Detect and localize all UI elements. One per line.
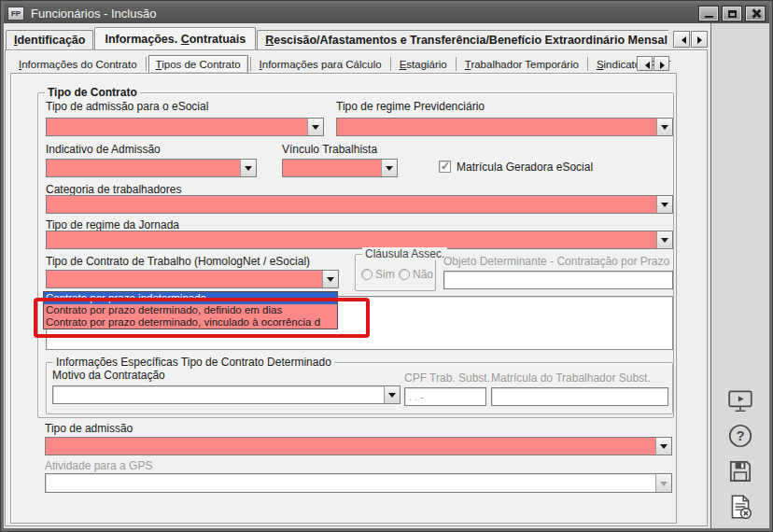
tab-control: Identificação Informações. Contratuais R…: [4, 25, 710, 528]
group-informacoes-especificas: Informações Específicas Tipo de Contrato…: [46, 362, 673, 414]
window-body: ?: [4, 23, 769, 528]
label-atividade-gps: Atividade para a GPS: [45, 460, 152, 472]
scroll-left-icon[interactable]: [673, 31, 690, 48]
tab-strip-level1: Identificação Informações. Contratuais R…: [6, 25, 668, 50]
tab-rescisao-afastamentos[interactable]: Rescisão/Afastamentos e Transferência/Be…: [257, 30, 668, 50]
save-button[interactable]: [726, 457, 754, 485]
help-icon: ?: [726, 422, 754, 450]
close-icon: [751, 8, 761, 19]
checkbox-matricula-geradora-esocial[interactable]: [439, 161, 451, 173]
input-objeto-determinante[interactable]: [443, 271, 673, 289]
combo-tipo-contrato-trabalho[interactable]: [46, 270, 339, 288]
tab-identificacao[interactable]: Identificação: [6, 30, 93, 50]
group-title: Cláusula Assec.: [362, 247, 447, 260]
label-matricula-trab-subst: Matrícula do Trabalhador Subst.: [491, 372, 651, 385]
input-cpf-trab-subst[interactable]: . . -: [404, 387, 486, 406]
tab-strip-level2: Informações do Contrato Tipos de Contrat…: [12, 54, 671, 74]
combo-value: [47, 271, 322, 287]
combo-value: [47, 196, 656, 213]
discard-button[interactable]: [726, 493, 754, 521]
label-objeto-determinante: Objeto Determinante - Contratação por Pr…: [443, 256, 669, 268]
group-tipo-de-contrato: Tipo de Contrato Tipo de admissão para o…: [37, 92, 674, 418]
combo-tipo-admissao-esocial[interactable]: [46, 118, 324, 136]
label-vinculo-trabalhista: Vínculo Trabalhista: [282, 144, 377, 156]
chevron-down-icon[interactable]: [240, 160, 256, 176]
combo-atividade-gps: [45, 473, 672, 493]
label-indicativo-admissao: Indicativo de Admissão: [46, 144, 161, 156]
combo-tipo-admissao[interactable]: [45, 437, 672, 455]
combo-value: [337, 119, 656, 135]
combo-motivo-contratacao[interactable]: [52, 385, 401, 404]
combo-tipo-regime-previdenciario[interactable]: [336, 118, 673, 136]
label-sim: Sim: [375, 269, 395, 281]
dropdown-option-determinado-ocorrencia[interactable]: Contrato por prazo determinado, vinculad…: [44, 316, 337, 329]
chevron-down-icon[interactable]: [322, 271, 338, 287]
combo-categoria-trabalhadores[interactable]: [46, 195, 673, 214]
combo-value: [46, 474, 655, 492]
maximize-icon: [728, 10, 737, 18]
combo-indicativo-admissao[interactable]: [46, 159, 257, 177]
chevron-down-icon: [655, 474, 671, 492]
chevron-down-icon[interactable]: [384, 386, 400, 403]
label-nao: Não: [413, 269, 433, 281]
label-tipo-admissao-esocial: Tipo de admissão para o eSocial: [46, 101, 208, 113]
label-matricula-geradora-esocial: Matrícula Geradora eSocial: [457, 161, 593, 174]
chevron-down-icon[interactable]: [656, 196, 672, 213]
label-motivo-contratacao: Motivo da Contratação: [52, 370, 165, 382]
minimize-button[interactable]: [698, 6, 719, 21]
close-button[interactable]: [745, 6, 766, 21]
scroll-right-icon[interactable]: [654, 56, 669, 71]
tab-scroll-level2: [637, 56, 669, 71]
tab-scroll-level1: [673, 31, 708, 48]
combo-value: [47, 119, 307, 135]
monitor-play-icon: [726, 386, 754, 414]
chevron-down-icon[interactable]: [656, 119, 672, 135]
discard-document-icon: [726, 493, 754, 521]
tab-tipos-de-contrato[interactable]: Tipos de Contrato: [148, 55, 248, 74]
app-icon: FP: [7, 7, 24, 21]
tab-separator: [456, 57, 457, 71]
preview-button[interactable]: [726, 386, 754, 414]
label-tipo-contrato-trabalho: Tipo de Contrato de Trabalho (HomologNet…: [46, 256, 310, 268]
chevron-down-icon[interactable]: [381, 160, 397, 176]
label-cpf-trab-subst: CPF Trab. Subst.: [404, 372, 490, 385]
tab-page-informacoes-contratuais: Informações do Contrato Tipos de Contrat…: [5, 49, 708, 526]
dropdown-option-determinado-dias[interactable]: Contrato por prazo determinado, definido…: [44, 304, 337, 316]
chevron-down-icon[interactable]: [655, 438, 671, 455]
window-title: Funcionários - Inclusão: [31, 7, 692, 21]
tipo-contrato-dropdown-list: Contrato por prazo indeterminado Contrat…: [43, 291, 338, 329]
combo-vinculo-trabalhista[interactable]: [282, 159, 398, 177]
tab-informacoes-para-calculo[interactable]: Informações para Cálculo: [253, 56, 388, 73]
combo-value: [283, 160, 381, 176]
tab-informacoes-contratuais[interactable]: Informações. Contratuais: [94, 27, 256, 50]
dropdown-option-indeterminado[interactable]: Contrato por prazo indeterminado: [44, 292, 337, 304]
combo-value: [46, 438, 655, 455]
input-matricula-trab-subst[interactable]: [491, 387, 668, 406]
scroll-right-icon[interactable]: [691, 31, 708, 48]
svg-text:?: ?: [736, 427, 744, 443]
label-tipo-admissao: Tipo de admissão: [45, 423, 133, 435]
titlebar: FP Funcionários - Inclusão: [4, 4, 769, 23]
chevron-down-icon[interactable]: [656, 231, 672, 248]
scroll-left-icon[interactable]: [637, 56, 653, 71]
combo-value: [47, 231, 656, 248]
tab-separator: [146, 57, 147, 71]
radio-nao: [399, 269, 410, 280]
tab-informacoes-do-contrato[interactable]: Informações do Contrato: [12, 56, 144, 73]
combo-tipo-regime-jornada[interactable]: [46, 231, 673, 249]
label-tipo-regime-previdenciario: Tipo de regime Previdenciário: [336, 101, 485, 113]
tab-trabalhador-temporario[interactable]: Trabalhador Temporário: [458, 56, 585, 73]
tab-estagiario[interactable]: Estagiário: [393, 56, 454, 73]
tab-page-tipos-de-contrato: Tipo de Contrato Tipo de admissão para o…: [10, 73, 677, 524]
help-button[interactable]: ?: [726, 422, 754, 450]
combo-value: [53, 386, 384, 403]
group-clausula-assec: Cláusula Assec. Sim Não: [355, 254, 436, 291]
radio-sim: [361, 269, 372, 280]
maximize-button[interactable]: [722, 6, 742, 21]
save-icon: [726, 457, 754, 485]
window-controls: [698, 6, 766, 21]
tab-separator: [390, 57, 391, 71]
chevron-down-icon[interactable]: [307, 119, 323, 135]
group-title: Informações Específicas Tipo de Contrato…: [53, 356, 334, 369]
window: FP Funcionários - Inclusão ?: [0, 0, 773, 532]
